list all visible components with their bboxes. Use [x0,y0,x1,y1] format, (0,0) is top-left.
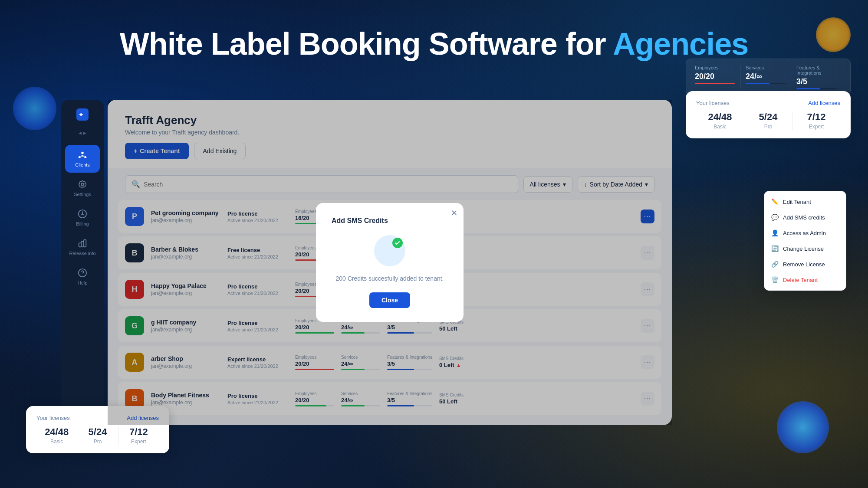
delete-icon: 🗑️ [771,276,779,283]
lc-stat-basic-value-bottom: 24/48 [36,426,77,438]
sidebar-collapse-btn[interactable]: ◂ ▸ [79,129,86,136]
metric-services: Services 24/∞ [740,65,791,89]
sms-icon: 💬 [771,214,779,221]
sidebar-item-billing[interactable]: Billing [65,204,100,232]
remove-label: Remove License [783,261,825,268]
context-menu-remove[interactable]: 🔗Remove License [764,256,846,272]
lc-header-top: Your licenses Add licenses [696,100,840,106]
modal-close-action-button[interactable]: Close [369,292,410,308]
lc-stat-expert-top: 7/12 Expert [792,111,840,130]
metric-employees: Employees 20/20 [695,65,740,89]
metric-employees-label: Employees [695,65,735,70]
svg-text:✦: ✦ [78,111,84,118]
sidebar-clients-label: Clients [75,162,90,167]
hero-title-accent: Agencies [613,26,748,61]
sms-label: Add SMS credits [783,214,825,221]
sidebar-item-clients[interactable]: Clients [65,145,100,173]
lc-stat-basic-label-top: Basic [696,124,744,130]
metric-features-value: 3/5 [796,77,836,86]
sidebar-item-help[interactable]: Help [65,263,100,291]
lc-stat-expert-bottom: 7/12 Expert [118,426,159,445]
blob-topleft [13,87,56,130]
modal-success-icon: 💬 [372,233,407,268]
context-menu-delete[interactable]: 🗑️Delete Tenant [764,272,846,288]
lc-stat-pro-bottom: 5/24 Pro [77,426,118,445]
lc-stat-basic-label-bottom: Basic [36,439,77,445]
hero-title-main: White Label Booking Software for [120,26,613,61]
lc-title-bottom: Your licenses [36,415,70,421]
sidebar-item-release-info[interactable]: Release info [65,233,100,261]
metric-features-label: Features & Integrations [796,65,836,75]
metric-services-bar [746,83,786,84]
metric-features-bar [796,88,836,89]
sms-modal: Add SMS Credits ✕ 💬 200 Credits succesfu… [316,203,464,322]
licenses-card-top: Your licenses Add licenses 24/48 Basic 5… [686,91,851,138]
metrics-bar: Employees 20/20 Services 24/∞ Features &… [686,59,851,96]
lc-stat-expert-value-bottom: 7/12 [118,426,159,438]
lc-stat-pro-label-bottom: Pro [77,439,118,445]
metric-employees-value: 20/20 [695,72,735,81]
sidebar-settings-label: Settings [74,192,91,197]
admin-icon: 👤 [771,229,779,236]
lc-stat-basic-bottom: 24/48 Basic [36,426,77,445]
remove-icon: 🔗 [771,261,779,268]
modal-close-button[interactable]: ✕ [451,208,457,218]
sidebar-release-label: Release info [69,251,95,256]
edit-icon: ✏️ [771,198,779,205]
modal-overlay: Add SMS Credits ✕ 💬 200 Credits succesfu… [108,100,672,425]
context-menu-edit[interactable]: ✏️Edit Tenant [764,194,846,210]
metric-services-value: 24/∞ [746,72,786,81]
admin-label: Access as Admin [783,230,826,236]
license-label: Change License [783,246,824,252]
lc-stat-expert-value-top: 7/12 [792,111,840,123]
lc-stat-pro-value-top: 5/24 [744,111,792,123]
lc-stat-basic-top: 24/48 Basic [696,111,744,130]
sidebar-billing-label: Billing [76,221,89,226]
lc-stat-pro-value-bottom: 5/24 [77,426,118,438]
lc-stats-bottom: 24/48 Basic 5/24 Pro 7/12 Expert [36,426,159,445]
lc-stat-basic-value-top: 24/48 [696,111,744,123]
metric-features: Features & Integrations 3/5 [791,65,842,89]
metric-services-bar-fill [746,83,769,84]
context-menu-admin[interactable]: 👤Access as Admin [764,225,846,241]
sidebar-item-settings[interactable]: Settings [65,174,100,202]
lc-stats-top: 24/48 Basic 5/24 Pro 7/12 Expert [696,111,840,130]
edit-label: Edit Tenant [783,199,811,205]
hero-title: White Label Booking Software for Agencie… [0,26,868,62]
lc-stat-expert-label-bottom: Expert [118,439,159,445]
context-menu-license[interactable]: 🔄Change License [764,241,846,256]
context-menu: ✏️Edit Tenant💬Add SMS credits👤Access as … [764,191,846,291]
sidebar: ✦ ◂ ▸ Clients Settings Billing Release i… [61,100,104,412]
metric-employees-bar [695,83,735,84]
modal-success-text: 200 Credits succesfully added to tenant. [332,275,448,282]
modal-title: Add SMS Credits [332,217,448,225]
metric-employees-bar-fill [695,83,735,84]
lc-stat-expert-label-top: Expert [792,124,840,130]
lc-title-top: Your licenses [696,100,730,106]
svg-point-2 [81,183,84,186]
blob-bottomright [777,401,829,453]
delete-label: Delete Tenant [783,277,818,283]
context-menu-sms[interactable]: 💬Add SMS credits [764,210,846,225]
metric-services-label: Services [746,65,786,70]
add-licenses-link-top[interactable]: Add licenses [808,100,840,106]
lc-stat-pro-label-top: Pro [744,124,792,130]
sidebar-help-label: Help [78,280,88,285]
metric-features-bar-fill [796,88,820,89]
license-icon: 🔄 [771,245,779,252]
sidebar-logo: ✦ [75,107,90,122]
lc-stat-pro-top: 5/24 Pro [744,111,792,130]
